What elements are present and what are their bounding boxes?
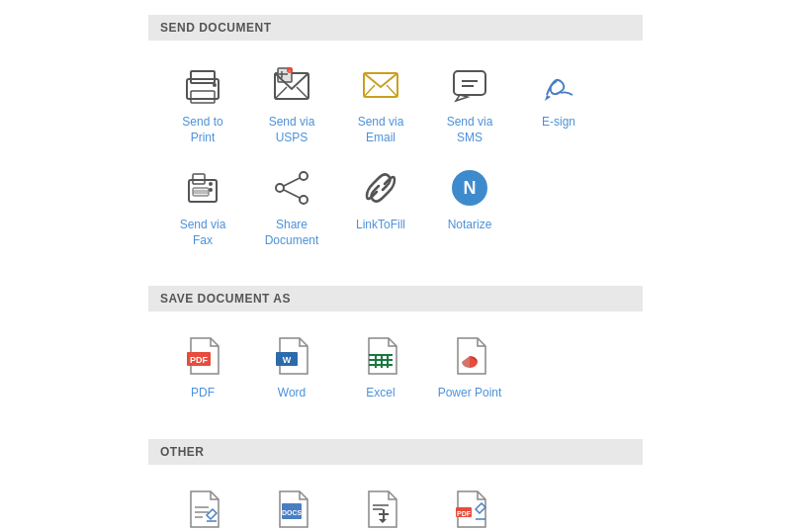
- save-powerpoint-button[interactable]: Power Point: [425, 326, 514, 406]
- rewrite-pdf-button[interactable]: PDF RewritePDF: [425, 480, 514, 532]
- send-via-email-button[interactable]: Send viaEmail: [336, 55, 425, 150]
- svg-point-27: [276, 184, 284, 192]
- svg-rect-52: [383, 509, 385, 519]
- save-word-icon: W: [267, 331, 316, 381]
- svg-line-14: [387, 85, 397, 97]
- send-via-usps-label: Send viaUSPS: [269, 115, 315, 145]
- save-document-grid: PDF PDF W Word: [148, 321, 643, 429]
- back-to-edit-icon: [178, 485, 227, 532]
- page-container: SEND DOCUMENT Send toPrint: [0, 0, 791, 532]
- save-pdf-label: PDF: [191, 386, 215, 401]
- svg-rect-2: [191, 91, 215, 103]
- send-via-fax-label: Send viaFax: [180, 218, 226, 248]
- svg-point-26: [300, 172, 308, 180]
- send-document-grid: Send toPrint ! Send v: [148, 50, 643, 276]
- svg-text:N: N: [464, 178, 477, 198]
- go-to-mydocs-button[interactable]: DOCS Go toMyDocs: [247, 480, 336, 532]
- go-to-mydocs-icon: DOCS: [267, 485, 316, 532]
- other-header: OTHER: [148, 439, 643, 465]
- svg-rect-21: [193, 188, 209, 196]
- notarize-label: Notarize: [448, 218, 492, 233]
- notarize-icon: N: [445, 163, 494, 213]
- save-pdf-icon: PDF: [178, 331, 227, 381]
- convert-to-template-icon: [356, 485, 405, 532]
- save-word-button[interactable]: W Word: [247, 326, 336, 406]
- svg-text:PDF: PDF: [190, 355, 209, 365]
- notarize-button[interactable]: N Notarize: [425, 158, 514, 253]
- svg-rect-42: [387, 354, 389, 368]
- svg-line-9: [297, 87, 308, 99]
- svg-rect-40: [375, 354, 377, 368]
- send-to-print-label: Send toPrint: [182, 115, 222, 145]
- svg-text:W: W: [283, 355, 292, 365]
- other-section: OTHER Back to Edit: [148, 439, 643, 532]
- send-via-sms-button[interactable]: Send viaSMS: [425, 55, 514, 150]
- send-to-print-button[interactable]: Send toPrint: [158, 55, 247, 150]
- svg-point-24: [209, 182, 213, 186]
- svg-text:PDF: PDF: [457, 510, 472, 517]
- send-document-section: SEND DOCUMENT Send toPrint: [148, 15, 643, 276]
- save-word-label: Word: [278, 386, 306, 401]
- svg-text:DOCS: DOCS: [282, 509, 303, 516]
- send-via-email-icon: [356, 60, 405, 110]
- send-via-sms-icon: [445, 60, 494, 110]
- save-pdf-button[interactable]: PDF PDF: [158, 326, 247, 406]
- svg-line-30: [284, 190, 300, 198]
- save-excel-button[interactable]: Excel: [336, 326, 425, 406]
- svg-rect-15: [454, 71, 485, 95]
- svg-line-8: [275, 87, 287, 99]
- save-powerpoint-icon: [445, 331, 494, 381]
- share-document-icon: [267, 163, 316, 213]
- svg-point-25: [209, 188, 213, 192]
- e-sign-label: E-sign: [542, 115, 575, 131]
- save-excel-icon: [356, 331, 405, 381]
- share-document-label: ShareDocument: [265, 218, 319, 248]
- svg-line-13: [364, 85, 375, 97]
- send-via-fax-button[interactable]: Send viaFax: [158, 158, 247, 253]
- convert-to-template-button[interactable]: Convert toTemplate: [336, 480, 425, 532]
- link-to-fill-icon: [356, 163, 405, 213]
- svg-point-3: [213, 83, 217, 87]
- send-via-fax-icon: [178, 163, 227, 213]
- save-document-section: SAVE DOCUMENT AS PDF PDF: [148, 286, 643, 429]
- e-sign-button[interactable]: E-sign: [514, 55, 603, 150]
- share-document-button[interactable]: ShareDocument: [247, 158, 336, 253]
- svg-point-28: [300, 196, 308, 204]
- svg-rect-41: [381, 354, 383, 368]
- link-to-fill-button[interactable]: LinkToFill: [336, 158, 425, 253]
- back-to-edit-button[interactable]: Back to Edit: [158, 480, 247, 532]
- send-to-print-icon: [178, 60, 227, 110]
- other-grid: Back to Edit DOCS Go toMyDocs: [148, 475, 643, 532]
- svg-rect-1: [191, 71, 215, 83]
- save-powerpoint-label: Power Point: [438, 386, 502, 401]
- send-document-header: SEND DOCUMENT: [148, 15, 643, 41]
- svg-text:!: !: [289, 69, 290, 74]
- link-to-fill-label: LinkToFill: [356, 218, 405, 233]
- send-via-usps-button[interactable]: ! Send viaUSPS: [247, 55, 336, 150]
- e-sign-icon: [534, 60, 583, 110]
- send-via-email-label: Send viaEmail: [358, 115, 404, 145]
- svg-line-29: [284, 178, 300, 186]
- send-via-usps-icon: !: [267, 60, 316, 110]
- rewrite-pdf-icon: PDF: [445, 485, 494, 532]
- save-document-header: SAVE DOCUMENT AS: [148, 286, 643, 311]
- save-excel-label: Excel: [366, 386, 395, 401]
- send-via-sms-label: Send viaSMS: [447, 115, 493, 145]
